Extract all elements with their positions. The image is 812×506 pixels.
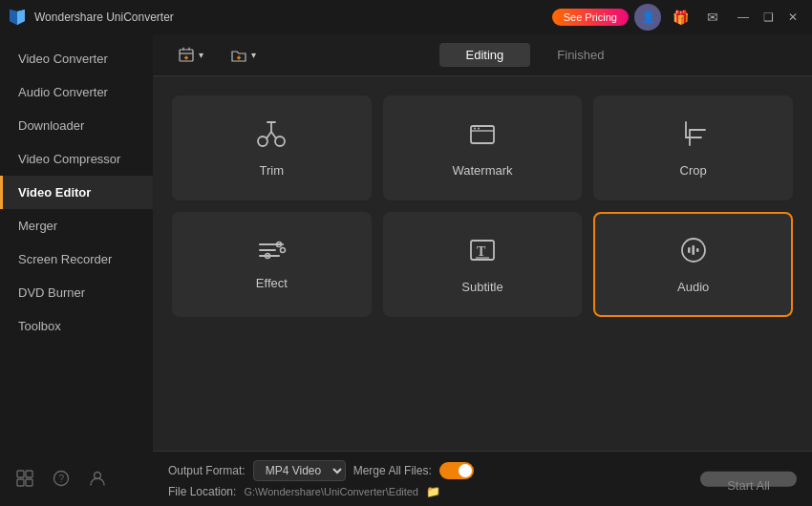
- sidebar-item-merger[interactable]: Merger: [0, 209, 153, 242]
- svg-rect-24: [692, 245, 694, 255]
- tab-finished[interactable]: Finished: [530, 43, 630, 67]
- sidebar-item-dvd-burner[interactable]: DVD Burner: [0, 276, 153, 309]
- sidebar-item-screen-recorder[interactable]: Screen Recorder: [0, 242, 153, 276]
- cards-row-2: Effect T Subtitle: [172, 212, 793, 317]
- start-all-button[interactable]: Start All: [700, 471, 797, 487]
- sidebar-item-audio-converter[interactable]: Audio Converter: [0, 75, 153, 109]
- svg-rect-27: [26, 471, 32, 477]
- card-subtitle-label: Subtitle: [461, 280, 502, 294]
- pricing-button[interactable]: See Pricing: [552, 9, 629, 26]
- cards-row-1: Trim Watermark: [172, 95, 793, 200]
- sidebar-item-video-compressor[interactable]: Video Compressor: [0, 142, 153, 176]
- tabs-container: Editing Finished: [273, 43, 797, 67]
- merge-toggle[interactable]: [439, 462, 474, 479]
- merge-label: Merge All Files:: [353, 464, 432, 477]
- svg-rect-25: [696, 248, 699, 252]
- layout-icon[interactable]: [11, 465, 38, 492]
- add-files-chevron: ▾: [199, 50, 203, 60]
- add-folder-chevron: ▾: [251, 50, 256, 60]
- bottom-bar: Output Format: MP4 Video Merge All Files…: [153, 451, 812, 506]
- sidebar-item-toolbox[interactable]: Toolbox: [0, 309, 153, 343]
- restore-button[interactable]: ❑: [757, 6, 780, 29]
- card-crop-label: Crop: [680, 163, 707, 178]
- tab-editing[interactable]: Editing: [439, 43, 531, 67]
- svg-rect-23: [688, 247, 691, 253]
- add-files-icon: [178, 47, 195, 64]
- card-audio[interactable]: Audio: [593, 212, 793, 317]
- sidebar-item-video-converter[interactable]: Video Converter: [0, 42, 153, 75]
- card-effect[interactable]: Effect: [172, 212, 372, 317]
- card-crop[interactable]: Crop: [593, 95, 793, 200]
- add-folder-button[interactable]: ▾: [221, 43, 266, 68]
- titlebar-right: See Pricing 👤 🎁 ✉ — ❑ ✕: [552, 4, 804, 31]
- card-trim-label: Trim: [260, 163, 285, 178]
- audio-icon: [678, 235, 709, 270]
- svg-line-6: [267, 132, 271, 138]
- subtitle-icon: T: [467, 235, 498, 270]
- sidebar-item-downloader[interactable]: Downloader: [0, 109, 153, 142]
- svg-text:?: ?: [59, 474, 65, 484]
- app-title: Wondershare UniConverter: [34, 11, 174, 24]
- toolbar: ▾ ▾ Editing Finished: [153, 34, 812, 76]
- close-button[interactable]: ✕: [781, 6, 804, 29]
- svg-rect-28: [17, 479, 24, 486]
- svg-text:T: T: [477, 244, 486, 259]
- svg-point-17: [281, 248, 286, 253]
- browse-folder-icon[interactable]: 📁: [426, 485, 440, 498]
- help-icon[interactable]: ?: [48, 465, 75, 492]
- output-format-select[interactable]: MP4 Video: [253, 460, 346, 481]
- mail-icon[interactable]: ✉: [699, 4, 726, 31]
- content-area: ▾ ▾ Editing Finished: [153, 34, 812, 506]
- card-effect-label: Effect: [256, 276, 288, 290]
- user-avatar-icon[interactable]: 👤: [634, 4, 661, 31]
- svg-rect-29: [26, 479, 32, 486]
- add-folder-icon: [230, 47, 247, 64]
- watermark-icon: [467, 118, 498, 154]
- sidebar: Video Converter Audio Converter Download…: [0, 34, 153, 506]
- sidebar-item-video-editor[interactable]: Video Editor: [0, 176, 153, 209]
- svg-marker-2: [17, 10, 25, 25]
- svg-rect-26: [17, 471, 24, 477]
- app-icon: [8, 8, 27, 27]
- gift-icon[interactable]: 🎁: [667, 4, 694, 31]
- output-format-label: Output Format:: [168, 464, 246, 477]
- svg-line-7: [271, 132, 276, 138]
- titlebar: Wondershare UniConverter See Pricing 👤 🎁…: [0, 0, 812, 34]
- card-watermark[interactable]: Watermark: [383, 95, 583, 200]
- card-audio-label: Audio: [677, 280, 709, 294]
- card-trim[interactable]: Trim: [172, 95, 372, 200]
- svg-point-12: [478, 128, 480, 130]
- scissors-icon: [254, 118, 288, 154]
- minimize-button[interactable]: —: [732, 6, 755, 29]
- window-controls: — ❑ ✕: [732, 6, 804, 29]
- card-watermark-label: Watermark: [452, 163, 512, 178]
- svg-point-11: [474, 128, 476, 130]
- main-layout: Video Converter Audio Converter Download…: [0, 34, 812, 506]
- titlebar-left: Wondershare UniConverter: [8, 8, 174, 27]
- crop-icon: [678, 118, 709, 154]
- add-files-button[interactable]: ▾: [168, 43, 213, 68]
- cards-area: Trim Watermark: [153, 76, 812, 451]
- profile-icon[interactable]: [84, 465, 111, 492]
- file-location-label: File Location:: [168, 485, 236, 498]
- svg-marker-1: [10, 10, 17, 25]
- sidebar-bottom-icons: ?: [0, 451, 153, 506]
- effect-icon: [256, 239, 287, 266]
- card-subtitle[interactable]: T Subtitle: [383, 212, 583, 317]
- file-path: G:\Wondershare\UniConverter\Edited: [244, 486, 418, 497]
- bottom-row-location: File Location: G:\Wondershare\UniConvert…: [168, 485, 797, 498]
